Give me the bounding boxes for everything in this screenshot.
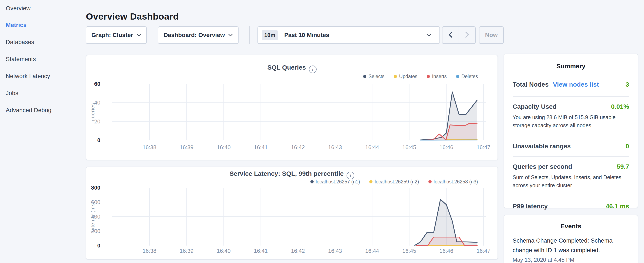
view-nodes-list-link[interactable]: View nodes list — [553, 81, 599, 88]
next-time-button[interactable] — [459, 27, 475, 43]
event-item-timestamp[interactable]: May 13, 2020 at 4:45 PM — [512, 256, 629, 263]
summary-panel: Summary Total Nodes View nodes list 3 Ca… — [504, 54, 638, 208]
chevron-right-icon — [465, 31, 470, 39]
svg-text:16:39: 16:39 — [180, 144, 194, 150]
dashboard-dropdown-label: Dashboard: Overview — [164, 32, 225, 39]
svg-text:16:41: 16:41 — [254, 248, 268, 254]
summary-row-total-nodes: Total Nodes View nodes list 3 — [512, 70, 629, 96]
sql-queries-plot: 16:3816:3916:4016:4116:4216:4316:4416:45… — [86, 55, 498, 161]
event-item-text: Schema Change Completed: Schema change w… — [512, 236, 629, 255]
svg-text:16:42: 16:42 — [291, 144, 305, 150]
summary-description: You are using 28.6 MiB of 515.9 GiB usab… — [512, 113, 629, 129]
summary-label: Capacity Used — [512, 103, 556, 110]
svg-text:16:39: 16:39 — [180, 248, 194, 254]
svg-text:16:42: 16:42 — [291, 248, 305, 254]
summary-description: Sum of Selects, Updates, Inserts, and De… — [512, 173, 629, 189]
sidebar-item-overview[interactable]: Overview — [6, 5, 30, 12]
chevron-left-icon — [448, 31, 453, 39]
svg-text:16:47: 16:47 — [476, 144, 490, 150]
svg-text:800: 800 — [91, 184, 100, 191]
svg-text:60: 60 — [94, 81, 100, 87]
svg-text:16:43: 16:43 — [328, 144, 342, 150]
svg-text:40: 40 — [94, 99, 100, 106]
now-button[interactable]: Now — [479, 26, 504, 44]
sidebar-item-statements[interactable]: Statements — [6, 56, 36, 62]
graph-dropdown-label: Graph: Cluster — [92, 32, 133, 39]
sql-queries-chart-card: SQL Queriesi Selects Updates Inserts Del… — [86, 55, 498, 160]
time-step-buttons — [442, 26, 476, 44]
sidebar-item-jobs[interactable]: Jobs — [6, 90, 18, 96]
summary-title: Summary — [512, 63, 629, 70]
dashboard-dropdown[interactable]: Dashboard: Overview — [158, 26, 238, 44]
sidebar: Overview Metrics Databases Statements Ne… — [0, 0, 86, 263]
svg-text:16:38: 16:38 — [142, 144, 156, 150]
events-title: Events — [512, 222, 629, 230]
svg-text:16:38: 16:38 — [142, 248, 156, 254]
service-latency-plot: 16:3816:3916:4016:4116:4216:4316:4416:45… — [86, 167, 498, 260]
summary-row-capacity-used: Capacity Used 0.01% You are using 28.6 M… — [512, 96, 629, 136]
summary-label: Unavailable ranges — [512, 143, 571, 150]
svg-text:16:43: 16:43 — [328, 248, 342, 254]
svg-text:20: 20 — [94, 118, 100, 125]
summary-value: 59.7 — [617, 163, 629, 170]
summary-row-unavailable-ranges: Unavailable ranges 0 — [512, 136, 629, 156]
events-panel: Events Schema Change Completed: Schema c… — [504, 215, 638, 263]
chevron-down-icon — [136, 34, 141, 37]
svg-text:600: 600 — [91, 199, 100, 205]
svg-text:16:46: 16:46 — [440, 248, 453, 254]
svg-text:16:45: 16:45 — [402, 248, 416, 254]
sidebar-item-databases[interactable]: Databases — [6, 39, 34, 45]
toolbar: Graph: Cluster Dashboard: Overview 10m P… — [86, 26, 504, 44]
svg-text:16:40: 16:40 — [217, 144, 231, 150]
sidebar-item-metrics[interactable]: Metrics — [6, 22, 26, 28]
sidebar-item-advanced-debug[interactable]: Advanced Debug — [6, 107, 52, 113]
svg-text:16:40: 16:40 — [217, 248, 231, 254]
svg-text:16:45: 16:45 — [402, 144, 416, 150]
sidebar-item-network-latency[interactable]: Network Latency — [6, 73, 50, 79]
svg-text:0: 0 — [98, 137, 100, 143]
chevron-down-icon — [228, 34, 233, 37]
previous-time-button[interactable] — [442, 27, 459, 43]
summary-row-queries-per-second: Queries per second 59.7 Sum of Selects, … — [512, 156, 629, 196]
summary-value: 0.01% — [611, 103, 629, 110]
summary-label: Total Nodes — [512, 81, 548, 88]
summary-label: P99 latency — [512, 203, 548, 210]
graph-dropdown[interactable]: Graph: Cluster — [86, 26, 147, 44]
service-latency-chart-card: Service Latency: SQL, 99th percentilei l… — [86, 167, 498, 259]
page-title: Overview Dashboard — [86, 11, 179, 22]
svg-text:400: 400 — [91, 213, 100, 220]
summary-value: 3 — [626, 81, 629, 88]
time-range-label: Past 10 Minutes — [284, 32, 329, 39]
svg-text:200: 200 — [91, 228, 100, 234]
svg-text:16:47: 16:47 — [476, 248, 490, 254]
svg-text:16:41: 16:41 — [254, 144, 268, 150]
svg-text:16:44: 16:44 — [365, 248, 379, 254]
summary-value: 0 — [626, 143, 629, 150]
chevron-down-icon — [426, 34, 432, 37]
svg-text:16:44: 16:44 — [365, 144, 379, 150]
time-range-badge: 10m — [262, 30, 278, 40]
svg-text:0: 0 — [98, 242, 100, 249]
summary-label: Queries per second — [512, 163, 572, 170]
toolbar-divider — [249, 26, 250, 44]
summary-row-p99-latency: P99 latency 46.1 ms — [512, 196, 629, 216]
svg-text:16:46: 16:46 — [440, 144, 453, 150]
time-range-dropdown[interactable]: 10m Past 10 Minutes — [258, 26, 440, 44]
summary-value: 46.1 ms — [606, 203, 629, 210]
